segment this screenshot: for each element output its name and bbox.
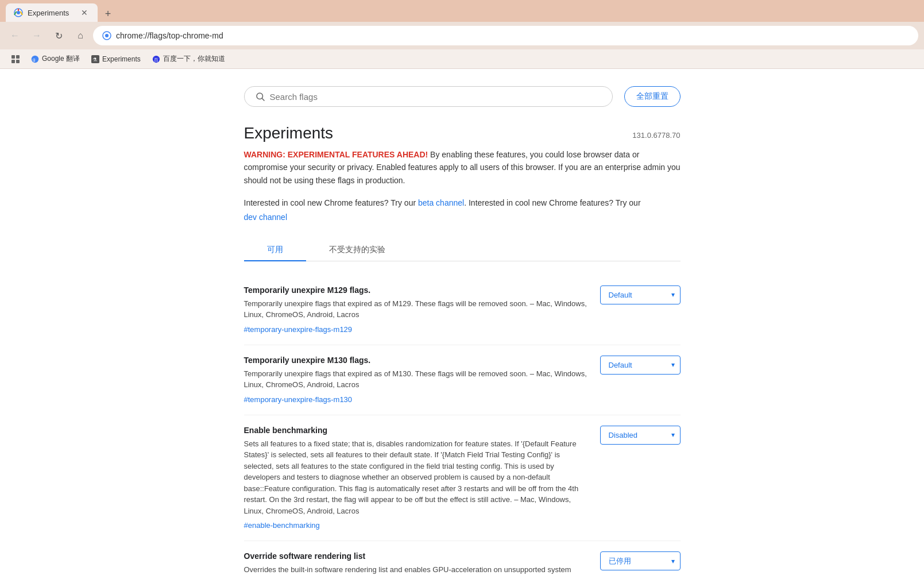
dev-channel-link[interactable]: dev channel — [244, 213, 288, 222]
flag-title-m130: Temporarily unexpire M130 flags. — [244, 356, 589, 365]
beta-channel-link[interactable]: beta channel — [418, 198, 464, 207]
page-title: Experiments — [244, 124, 334, 142]
dropdown-select-m129[interactable]: Default Enabled Disabled — [600, 285, 681, 304]
back-button[interactable]: ← — [6, 26, 24, 45]
flag-description-benchmarking: Sets all features to a fixed state; that… — [244, 438, 589, 517]
search-input[interactable] — [270, 92, 602, 102]
flag-dropdown-m129: Default Enabled Disabled — [600, 285, 681, 304]
flag-link-benchmarking[interactable]: #enable-benchmarking — [244, 521, 320, 530]
flag-info-m130: Temporarily unexpire M130 flags. Tempora… — [244, 356, 589, 404]
flag-title-software-rendering: Override software rendering list — [244, 551, 589, 561]
links-text-2: . Interested in cool new Chrome features… — [464, 198, 640, 207]
navigation-bar: ← → ↻ ⌂ chrome://flags/top-chrome-md — [0, 22, 924, 49]
bookmarks-bar: g Google 翻译 ⚗ Experiments 百 百度一下，你就知道 — [0, 49, 924, 69]
tab-close-button[interactable]: ✕ — [79, 7, 90, 18]
warning-section: WARNING: EXPERIMENTAL FEATURES AHEAD! By… — [244, 148, 681, 187]
tab-title: Experiments — [28, 9, 69, 17]
experiments-favicon-icon: ⚗ — [91, 55, 99, 63]
chrome-favicon-icon — [102, 31, 111, 40]
dropdown-wrapper-benchmarking: Default Enabled Disabled — [600, 426, 681, 445]
address-favicon — [102, 31, 111, 40]
forward-button[interactable]: → — [28, 26, 46, 45]
warning-text: WARNING: EXPERIMENTAL FEATURES AHEAD! By… — [244, 148, 681, 187]
flag-description-m130: Temporarily unexpire flags that expired … — [244, 368, 589, 391]
flag-link-m129[interactable]: #temporary-unexpire-flags-m129 — [244, 325, 353, 334]
flag-dropdown-benchmarking: Default Enabled Disabled — [600, 426, 681, 445]
bookmark-google-translate-label: Google 翻译 — [42, 54, 80, 64]
tabs-row: 可用 不受支持的实验 — [244, 239, 681, 261]
svg-text:⚗: ⚗ — [92, 56, 97, 62]
flag-info-software-rendering: Override software rendering list Overrid… — [244, 551, 589, 575]
reload-button[interactable]: ↻ — [49, 26, 68, 45]
flags-list: Temporarily unexpire M129 flags. Tempora… — [244, 275, 681, 575]
dropdown-wrapper-m129: Default Enabled Disabled — [600, 285, 681, 304]
dropdown-select-m130[interactable]: Default Enabled Disabled — [600, 356, 681, 375]
flag-item-software-rendering: Override software rendering list Overrid… — [244, 541, 681, 575]
tab-available[interactable]: 可用 — [244, 239, 306, 261]
page-content: 全部重置 Experiments 131.0.6778.70 WARNING: … — [0, 69, 924, 575]
flag-info-m129: Temporarily unexpire M129 flags. Tempora… — [244, 285, 589, 334]
grid-icon — [11, 55, 20, 63]
flag-description-m129: Temporarily unexpire flags that expired … — [244, 298, 589, 321]
bookmark-google-translate[interactable]: g Google 翻译 — [26, 52, 84, 65]
flag-dropdown-m130: Default Enabled Disabled — [600, 356, 681, 375]
dropdown-wrapper-software-rendering: 默认 已启用 已停用 — [600, 551, 681, 570]
tab-favicon-icon — [14, 8, 23, 17]
main-area: Experiments 131.0.6778.70 WARNING: EXPER… — [244, 124, 681, 575]
reset-all-button[interactable]: 全部重置 — [624, 86, 681, 107]
version-text: 131.0.6778.70 — [632, 124, 680, 140]
warning-highlight: WARNING: EXPERIMENTAL FEATURES AHEAD! — [244, 150, 428, 159]
reload-icon: ↻ — [55, 30, 63, 41]
svg-point-1 — [17, 11, 20, 14]
flag-title-benchmarking: Enable benchmarking — [244, 426, 589, 435]
back-icon: ← — [10, 30, 20, 41]
svg-line-14 — [262, 98, 264, 101]
bookmark-experiments[interactable]: ⚗ Experiments — [87, 53, 145, 65]
page-header: Experiments 131.0.6778.70 — [244, 124, 681, 142]
search-container: 全部重置 — [244, 86, 681, 107]
links-section: Interested in cool new Chrome features? … — [244, 196, 681, 225]
svg-point-13 — [257, 93, 263, 99]
tab-unsupported[interactable]: 不受支持的实验 — [306, 239, 408, 261]
home-icon: ⌂ — [78, 30, 83, 41]
home-button[interactable]: ⌂ — [71, 26, 90, 45]
forward-icon: → — [32, 30, 41, 41]
dropdown-select-software-rendering[interactable]: 默认 已启用 已停用 — [600, 551, 681, 570]
flag-info-benchmarking: Enable benchmarking Sets all features to… — [244, 426, 589, 531]
flag-item-m129: Temporarily unexpire M129 flags. Tempora… — [244, 275, 681, 345]
dropdown-wrapper-m130: Default Enabled Disabled — [600, 356, 681, 375]
tab-bar: Experiments ✕ + — [0, 0, 924, 22]
address-text: chrome://flags/top-chrome-md — [116, 31, 223, 40]
bookmark-experiments-label: Experiments — [102, 55, 141, 63]
svg-text:百: 百 — [153, 57, 158, 62]
address-bar[interactable]: chrome://flags/top-chrome-md — [93, 26, 918, 45]
search-icon — [255, 91, 265, 102]
bookmark-baidu[interactable]: 百 百度一下，你就知道 — [148, 52, 230, 65]
flag-item-m130: Temporarily unexpire M130 flags. Tempora… — [244, 345, 681, 415]
dropdown-select-benchmarking[interactable]: Default Enabled Disabled — [600, 426, 681, 445]
new-tab-button[interactable]: + — [100, 6, 116, 22]
flag-title-m129: Temporarily unexpire M129 flags. — [244, 285, 589, 295]
baidu-icon: 百 — [152, 55, 160, 63]
flag-link-m130[interactable]: #temporary-unexpire-flags-m130 — [244, 395, 353, 404]
active-tab[interactable]: Experiments ✕ — [6, 3, 98, 22]
flag-item-benchmarking: Enable benchmarking Sets all features to… — [244, 415, 681, 542]
google-translate-icon: g — [31, 55, 39, 63]
bookmark-baidu-label: 百度一下，你就知道 — [163, 54, 225, 64]
bookmark-grid-item[interactable] — [7, 53, 24, 65]
flag-dropdown-software-rendering: 默认 已启用 已停用 — [600, 551, 681, 570]
svg-text:g: g — [33, 57, 35, 62]
flag-description-software-rendering: Overrides the built-in software renderin… — [244, 564, 589, 575]
search-box[interactable] — [244, 86, 613, 107]
links-text-1: Interested in cool new Chrome features? … — [244, 198, 418, 207]
svg-point-6 — [105, 34, 109, 37]
